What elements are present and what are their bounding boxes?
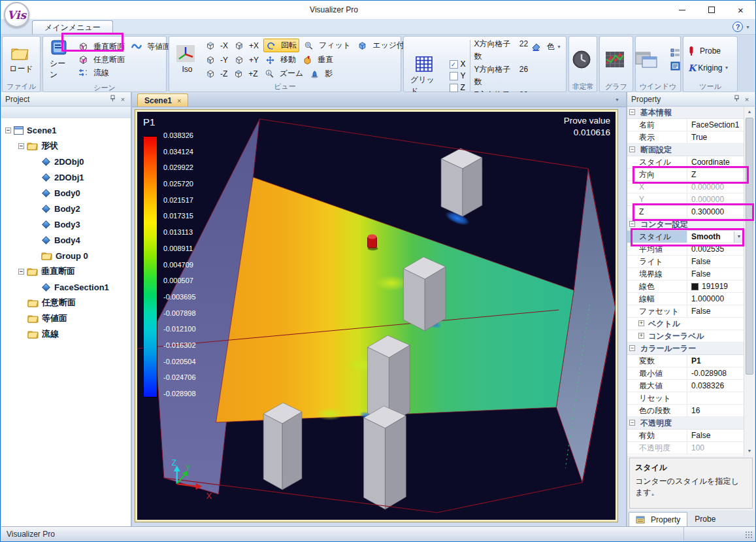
tree-item-group0[interactable]: Group 0 [1, 248, 131, 263]
property-row-line-width[interactable]: 線幅1.000000 [627, 293, 744, 305]
tree-item-facesection1[interactable]: FaceSection1 [1, 279, 131, 295]
tab-property[interactable]: Property [629, 512, 687, 526]
arbitrary-section-button[interactable]: 任意断面 [76, 54, 173, 66]
shadow-button[interactable]: 影 [308, 67, 335, 80]
tree-item-scene1[interactable]: − Scene1 [1, 122, 131, 138]
transient-button[interactable] [568, 48, 599, 71]
scrollbar-thumb[interactable] [746, 118, 753, 375]
tree-item-body2[interactable]: Body2 [1, 201, 131, 216]
app-logo-icon[interactable]: Vis [4, 2, 29, 27]
property-row-variable[interactable]: 変数P1 [627, 355, 744, 367]
view-pos-z-button[interactable]: +Z [232, 69, 259, 79]
close-button[interactable]: × [726, 1, 755, 19]
property-row-direction[interactable]: 方向Z [627, 169, 744, 181]
view-pos-x-button[interactable]: +X [233, 41, 261, 51]
property-row-reset[interactable]: リセット [627, 392, 744, 405]
scroll-down-icon[interactable]: ▼ [744, 446, 755, 456]
tree-item-shapes[interactable]: − 形状 [1, 138, 131, 154]
property-row-max[interactable]: 最大値0.038326 [627, 380, 744, 392]
property-row-contour-style[interactable]: スタイルSmooth▼ [627, 231, 744, 243]
property-row-visible[interactable]: 表示True [627, 131, 744, 144]
property-scrollbar[interactable]: ▲ ▼ [744, 107, 755, 456]
property-subgroup-animation[interactable]: +アニメーション [627, 454, 744, 456]
property-row-color-steps[interactable]: 色の段数16 [627, 405, 744, 417]
graph-button[interactable] [600, 49, 633, 70]
expander-icon[interactable]: − [18, 269, 24, 275]
ribbon-options-arrow-icon[interactable]: ▼ [746, 25, 750, 29]
property-row-x[interactable]: X0.000000 [627, 181, 744, 194]
property-row-light[interactable]: ライトFalse [627, 256, 744, 268]
expander-icon[interactable]: − [18, 143, 24, 149]
property-row-average[interactable]: 平均値0.002535 [627, 243, 744, 256]
isosurface-button[interactable]: 等値面 [129, 41, 173, 53]
scene1-tab[interactable]: Scene1 × [137, 93, 188, 107]
property-row-y[interactable]: Y0.000000 [627, 194, 744, 206]
resize-grip[interactable] [745, 531, 753, 539]
property-group-basic[interactable]: −基本情報 [627, 107, 744, 119]
property-group-opacity[interactable]: −不透明度 [627, 417, 744, 430]
style-dropdown-icon[interactable]: ▼ [734, 231, 744, 243]
tree-item-body3[interactable]: Body3 [1, 216, 131, 232]
property-group-section[interactable]: −断面設定 [627, 144, 744, 156]
tab-probe[interactable]: Probe [688, 512, 722, 526]
scene-tab-close-icon[interactable]: × [177, 97, 181, 105]
project-close-icon[interactable]: × [118, 95, 128, 103]
kriging-button[interactable]: K Kriging ▼ [686, 62, 731, 74]
property-row-line-color[interactable]: 線色191919 [627, 280, 744, 293]
grid-axis-z-checkbox[interactable]: Z [450, 83, 466, 92]
tree-item-streamline[interactable]: 流線 [1, 326, 131, 342]
property-row-enabled[interactable]: 有効False [627, 430, 744, 442]
property-row-style[interactable]: スタイルCoordinate [627, 156, 744, 169]
property-row-opacity-value[interactable]: 不透明度100 [627, 442, 744, 454]
minimize-button[interactable] [667, 1, 697, 19]
property-row-z[interactable]: Z0.300000 [627, 206, 744, 218]
vertical-section-button[interactable]: 垂直断面 [76, 41, 127, 53]
rotate-button[interactable]: 回転 [263, 39, 299, 52]
zoom-button[interactable]: ズーム [263, 67, 306, 80]
property-subgroup-vector[interactable]: +ベクトル [627, 318, 744, 330]
tree-item-arbitrary-section[interactable]: 任意断面 [1, 295, 131, 311]
load-button[interactable]: ロード [5, 43, 37, 76]
pin-icon[interactable] [731, 95, 742, 103]
window-layout-button[interactable] [631, 48, 665, 71]
property-row-min[interactable]: 最小値-0.028908 [627, 367, 744, 380]
move-button[interactable]: 移動 [263, 54, 298, 66]
iso-view-button[interactable]: Iso [172, 43, 203, 75]
property-row-name[interactable]: 名前TrueFaceSection1 [627, 119, 744, 131]
grid-axis-x-checkbox[interactable]: ✓ X [450, 59, 466, 69]
view-pos-y-button[interactable]: +Y [233, 55, 261, 65]
grid-count-x[interactable]: X方向格子数22 [474, 38, 529, 63]
grid-count-y[interactable]: Y方向格子数26 [474, 63, 529, 88]
help-button[interactable]: ? [732, 22, 743, 32]
perpendicular-button[interactable]: 垂直 [301, 54, 335, 66]
scroll-up-icon[interactable]: ▲ [744, 107, 755, 116]
property-group-color-ruler[interactable]: −カラールーラー [627, 343, 744, 355]
tree-item-isosurface[interactable]: 等値面 [1, 311, 131, 326]
property-row-boundary[interactable]: 境界線False [627, 268, 744, 280]
property-row-facet[interactable]: ファセットFalse [627, 305, 744, 318]
maximize-button[interactable] [697, 1, 726, 19]
tree-item-2dobj1[interactable]: 2DObj1 [1, 169, 131, 185]
fit-button[interactable]: フィット [302, 39, 353, 52]
scene-3d-view[interactable]: Z Y X P1 Prove value 0.010616 0.0383260.… [137, 112, 616, 520]
streamline-button[interactable]: 流線 [76, 67, 173, 79]
view-neg-y-button[interactable]: -Y [204, 55, 230, 65]
tab-list-dropdown-icon[interactable]: ▼ [615, 97, 619, 102]
view-neg-x-button[interactable]: -X [204, 41, 230, 51]
property-subgroup-contour-label[interactable]: +コンターラベル [627, 330, 744, 343]
tab-main-menu[interactable]: メインメニュー [32, 20, 113, 34]
grid-button[interactable]: グリッド [406, 54, 446, 98]
grid-color-button[interactable]: 色 ▼ [529, 41, 563, 53]
scene-button[interactable]: シーン [46, 38, 75, 82]
expander-icon[interactable]: − [5, 127, 11, 133]
tree-item-body4[interactable]: Body4 [1, 232, 131, 248]
tree-item-2dobj0[interactable]: 2DObj0 [1, 154, 131, 169]
view-neg-z-button[interactable]: -Z [204, 69, 229, 79]
grid-axis-y-checkbox[interactable]: Y [450, 71, 466, 80]
probe-button[interactable]: Probe [686, 45, 731, 57]
tree-item-body0[interactable]: Body0 [1, 185, 131, 201]
tree-item-vertical-section[interactable]: − 垂直断面 [1, 263, 131, 279]
property-close-icon[interactable]: × [742, 95, 752, 103]
property-group-contour[interactable]: −コンター設定 [627, 218, 744, 231]
pin-icon[interactable] [107, 95, 118, 103]
